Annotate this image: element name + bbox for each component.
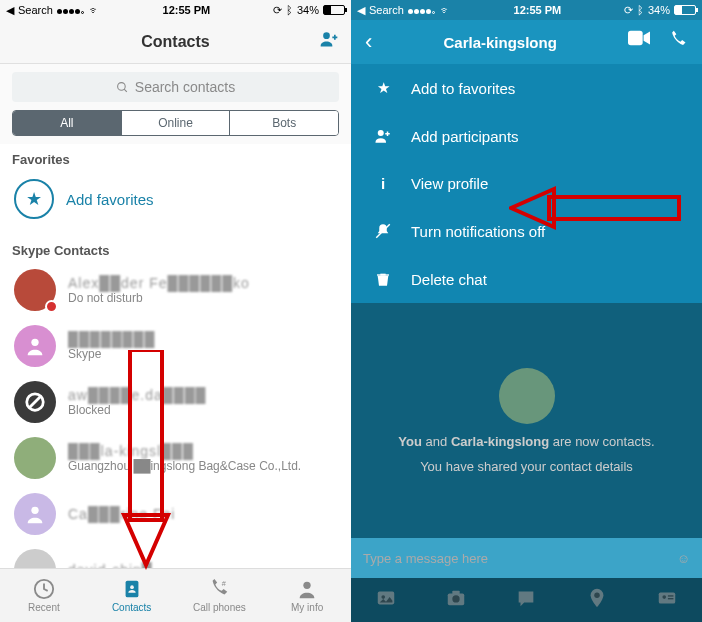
signal-dots xyxy=(408,4,436,16)
gallery-button[interactable] xyxy=(375,587,397,613)
system-message: You have shared your contact details xyxy=(420,459,633,474)
contacts-list[interactable]: Favorites ★ Add favorites Skype Contacts… xyxy=(0,144,351,568)
audio-call-button[interactable] xyxy=(668,30,688,55)
dialpad-icon: # xyxy=(208,578,230,600)
add-person-icon xyxy=(373,127,393,145)
menu-label: View profile xyxy=(411,175,488,192)
trash-icon xyxy=(373,270,393,288)
svg-line-5 xyxy=(30,397,41,408)
tab-call-phones[interactable]: #Call phones xyxy=(176,569,264,622)
search-label[interactable]: Search xyxy=(18,4,53,16)
nav-bar: ‹ Carla-kingslong xyxy=(351,20,702,64)
back-to-search[interactable]: ◀ xyxy=(6,4,14,17)
contact-name: ███la-kingsl███ xyxy=(68,443,301,459)
add-favorites-row[interactable]: ★ Add favorites xyxy=(0,171,351,235)
segment-online[interactable]: Online xyxy=(122,111,231,135)
contact-status: Do not disturb xyxy=(68,291,250,305)
add-contact-button[interactable] xyxy=(319,29,339,54)
tab-my-info[interactable]: My info xyxy=(263,569,351,622)
search-input[interactable]: Search contacts xyxy=(12,72,339,102)
tab-label: Contacts xyxy=(112,602,151,613)
back-to-search[interactable]: ◀ xyxy=(357,4,365,17)
person-icon xyxy=(296,578,318,600)
tab-label: Recent xyxy=(28,602,60,613)
contact-name: Ca███rine Fei xyxy=(68,506,175,522)
svg-point-6 xyxy=(31,507,38,514)
tab-recent[interactable]: Recent xyxy=(0,569,88,622)
svg-point-11 xyxy=(303,582,310,589)
avatar xyxy=(14,325,56,367)
location-button[interactable] xyxy=(586,587,608,613)
segment-all[interactable]: All xyxy=(13,111,122,135)
battery-pct: 34% xyxy=(648,4,670,16)
contact-status: Skype xyxy=(68,347,155,361)
address-book-icon xyxy=(121,578,143,600)
video-call-button[interactable] xyxy=(628,30,650,55)
clock: 12:55 PM xyxy=(163,4,211,16)
svg-point-3 xyxy=(31,339,38,346)
input-placeholder: Type a message here xyxy=(363,551,488,566)
menu-label: Turn notifications off xyxy=(411,223,545,240)
rotation-lock-icon: ⟳ xyxy=(624,4,633,17)
tab-contacts[interactable]: Contacts xyxy=(88,569,176,622)
contact-status: Guangzhou ██ingslong Bag&Case Co.,Ltd. xyxy=(68,459,301,473)
avatar xyxy=(14,493,56,535)
menu-label: Add to favorites xyxy=(411,80,515,97)
svg-point-21 xyxy=(594,593,600,599)
svg-point-9 xyxy=(130,585,134,589)
svg-rect-12 xyxy=(628,30,643,45)
message-input[interactable]: Type a message here ☺ xyxy=(351,538,702,578)
svg-point-19 xyxy=(453,595,460,602)
avatar xyxy=(14,437,56,479)
contact-row[interactable]: ████████Skype xyxy=(0,318,351,374)
star-icon: ★ xyxy=(14,179,54,219)
search-placeholder: Search contacts xyxy=(135,79,235,95)
svg-point-0 xyxy=(323,32,330,39)
wifi-icon: ᯤ xyxy=(440,4,451,16)
contact-row[interactable]: david-chin█ xyxy=(0,542,351,568)
filter-segmented-control: All Online Bots xyxy=(12,110,339,136)
menu-view-profile[interactable]: iView profile xyxy=(351,160,702,207)
menu-label: Add participants xyxy=(411,128,519,145)
chat-area: You and Carla-kingslong are now contacts… xyxy=(351,303,702,538)
camera-button[interactable] xyxy=(445,587,467,613)
wifi-icon: ᯤ xyxy=(89,4,100,16)
menu-add-favorites[interactable]: ★Add to favorites xyxy=(351,64,702,112)
back-button[interactable]: ‹ xyxy=(365,29,372,55)
attachment-bar xyxy=(351,578,702,622)
contact-name: Alex██der Fe██████ko xyxy=(68,275,250,291)
video-message-button[interactable] xyxy=(515,587,537,613)
emoji-button[interactable]: ☺ xyxy=(677,551,690,566)
page-title: Contacts xyxy=(141,33,209,51)
contact-name: david-chin█ xyxy=(68,562,153,568)
menu-turn-notifications-off[interactable]: Turn notifications off xyxy=(351,207,702,255)
signal-dots xyxy=(57,4,85,16)
bluetooth-icon: ᛒ xyxy=(637,4,644,16)
contact-card-button[interactable] xyxy=(656,587,678,613)
battery-icon xyxy=(323,5,345,15)
bluetooth-icon: ᛒ xyxy=(286,4,293,16)
contact-row[interactable]: Ca███rine Fei xyxy=(0,486,351,542)
contact-row[interactable]: Alex██der Fe██████koDo not disturb xyxy=(0,262,351,318)
tab-label: My info xyxy=(291,602,323,613)
action-menu: ★Add to favorites Add participants iView… xyxy=(351,64,702,303)
favorites-header: Favorites xyxy=(0,144,351,171)
system-message: You and Carla-kingslong are now contacts… xyxy=(398,434,654,449)
svg-point-1 xyxy=(117,82,125,90)
svg-point-23 xyxy=(662,595,666,599)
nav-bar: Contacts xyxy=(0,20,351,64)
contact-name: ████████ xyxy=(68,331,155,347)
menu-delete-chat[interactable]: Delete chat xyxy=(351,255,702,303)
contacts-screen: ◀ Search ᯤ 12:55 PM ⟳ ᛒ 34% Contacts Sea… xyxy=(0,0,351,622)
search-label[interactable]: Search xyxy=(369,4,404,16)
contact-row[interactable]: ███la-kingsl███Guangzhou ██ingslong Bag&… xyxy=(0,430,351,486)
svg-point-17 xyxy=(382,595,386,599)
tab-bar: Recent Contacts #Call phones My info xyxy=(0,568,351,622)
svg-rect-24 xyxy=(668,595,674,596)
svg-text:#: # xyxy=(222,579,227,588)
segment-bots[interactable]: Bots xyxy=(230,111,338,135)
menu-add-participants[interactable]: Add participants xyxy=(351,112,702,160)
bell-off-icon xyxy=(373,222,393,240)
contact-row[interactable]: aw████e.da████Blocked xyxy=(0,374,351,430)
rotation-lock-icon: ⟳ xyxy=(273,4,282,17)
